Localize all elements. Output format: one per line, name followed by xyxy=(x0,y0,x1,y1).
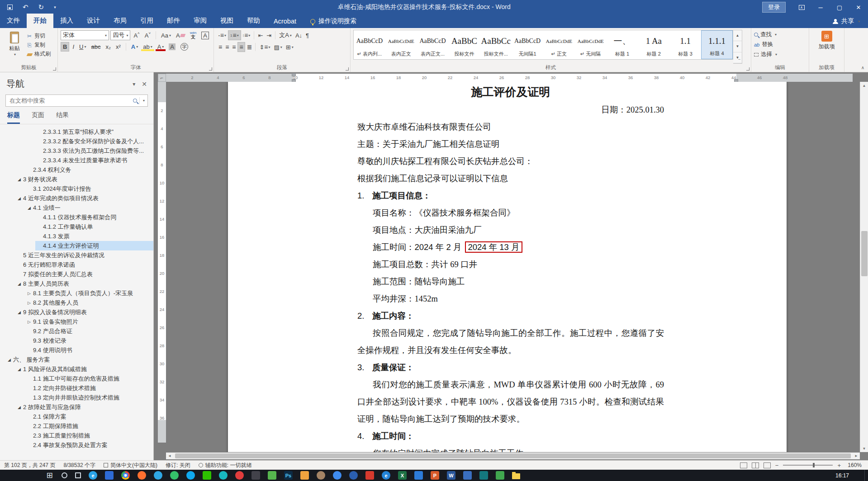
gallery-scroll-down-icon[interactable]: ▼ xyxy=(733,41,742,52)
ribbon-tab-引用[interactable]: 引用 xyxy=(133,14,160,28)
underline-button[interactable]: U▾ xyxy=(77,42,88,51)
font-dialog-launcher-icon[interactable] xyxy=(209,67,212,71)
wechat-icon[interactable] xyxy=(203,471,211,480)
nav-heading-item[interactable]: ◢六、 服务方案 xyxy=(0,355,153,364)
doc-line[interactable]: 平均井深：1452m xyxy=(357,290,664,307)
nav-heading-item[interactable]: ◢3 财务状况表 xyxy=(0,174,153,184)
nav-heading-item[interactable]: ◢2 故障处置与应急保障 xyxy=(0,402,153,412)
nav-heading-item[interactable]: ▷8.1 主要负责人（项目负责人）-宋玉泉 xyxy=(0,288,153,298)
increase-indent-button[interactable]: ⇥ xyxy=(265,31,273,40)
nav-heading-item[interactable]: 1.1 施工中可能存在的危害及措施 xyxy=(0,374,153,383)
doc-line[interactable]: 项目名称：《仪器技术服务框架合同》 xyxy=(357,204,664,222)
file-explorer-icon[interactable] xyxy=(512,473,520,479)
style-item[interactable]: AaBbCcD↵ 表内列... xyxy=(354,30,385,59)
replace-button[interactable]: ab替换 xyxy=(754,41,806,48)
nav-heading-item[interactable]: 2.3.3.3 依法为员工缴纳工伤保险费等... xyxy=(0,146,153,156)
app-tan-icon[interactable] xyxy=(317,471,325,480)
accessibility-status[interactable]: 辅助功能: 一切就绪 xyxy=(194,462,256,469)
search-options-chevron-icon[interactable]: ▾ xyxy=(143,99,145,103)
style-item[interactable]: 1.1.1标题 4 xyxy=(701,30,733,59)
login-button[interactable]: 登录 xyxy=(762,2,786,13)
shading-button[interactable]: ▨▾ xyxy=(272,43,284,52)
search-icon[interactable] xyxy=(62,472,67,478)
decrease-indent-button[interactable]: ⇤ xyxy=(256,31,265,40)
nav-heading-item[interactable]: 9.2 产品合格证 xyxy=(0,326,153,336)
ribbon-tab-Acrobat[interactable]: Acrobat xyxy=(267,15,303,28)
doc-line[interactable]: 致大庆市卓维石油科技有限责任公司 xyxy=(357,118,664,136)
collapse-arrow-icon[interactable]: ◢ xyxy=(25,206,33,210)
paste-button[interactable]: 粘贴 ▾ xyxy=(3,30,26,64)
nav-heading-item[interactable]: ◢8 主要人员简历表 xyxy=(0,279,153,288)
line-spacing-button[interactable]: ⇕≡▾ xyxy=(257,42,272,52)
nav-heading-item[interactable]: 2.3.3.4 未发生过质量事故承诺书 xyxy=(0,156,153,165)
read-mode-icon[interactable] xyxy=(740,462,747,468)
collapse-arrow-icon[interactable]: ◢ xyxy=(15,405,23,410)
excel-icon[interactable]: X xyxy=(398,471,407,480)
doc-heading[interactable]: 2.施工内容： xyxy=(357,307,664,325)
collapse-arrow-icon[interactable]: ◢ xyxy=(15,282,23,286)
nav-heading-item[interactable]: 2.1 保障方案 xyxy=(0,412,153,421)
zoom-in-icon[interactable]: + xyxy=(837,462,841,469)
expand-arrow-icon[interactable]: ▷ xyxy=(25,291,33,296)
select-button[interactable]: 选择▾ xyxy=(754,51,806,58)
nav-heading-item[interactable]: 2.3.4 权利义务 xyxy=(0,165,153,174)
undo-icon[interactable]: ↶ xyxy=(23,3,28,11)
scroll-up-icon[interactable]: ▲ xyxy=(860,82,868,89)
expand-arrow-icon[interactable]: ▷ xyxy=(25,301,33,305)
justify-button[interactable]: ≡ xyxy=(237,42,245,52)
copy-button[interactable]: ⎘复制 xyxy=(26,41,51,49)
borders-button[interactable]: ⊞▾ xyxy=(284,43,295,52)
app-azure-icon[interactable] xyxy=(333,471,342,480)
superscript-button[interactable]: x² xyxy=(114,42,123,51)
ribbon-tab-布局[interactable]: 布局 xyxy=(107,14,133,28)
zoom-slider[interactable] xyxy=(783,465,833,466)
collapse-arrow-icon[interactable]: ◢ xyxy=(15,196,23,201)
doc-line[interactable]: 尊敬的川庆钻探工程有限公司长庆钻井总公司： xyxy=(357,153,664,170)
search-icon[interactable] xyxy=(133,99,137,103)
doc-line[interactable]: 项目地点：大庆油田采油九厂 xyxy=(357,222,664,239)
nav-heading-item[interactable]: 4.1.2 工作量确认单 xyxy=(0,222,153,231)
nav-heading-item[interactable]: ◢4.1 业绩一 xyxy=(0,203,153,212)
shrink-font-button[interactable]: A˅ xyxy=(143,31,152,40)
app-blue2-icon[interactable] xyxy=(414,471,423,480)
bullets-button[interactable]: •≡▾ xyxy=(217,31,228,40)
nav-heading-item[interactable]: 1.3 定向井井眼轨迹控制技术措施 xyxy=(0,393,153,402)
nav-tab-headings[interactable]: 标题 xyxy=(7,111,20,124)
styles-dialog-launcher-icon[interactable] xyxy=(746,67,749,71)
nav-heading-item[interactable]: 4.1.4 业主方评价证明 xyxy=(0,241,153,250)
font-name-combobox[interactable]: 宋体▾ xyxy=(61,30,109,40)
highlight-color-button[interactable]: ab▾ xyxy=(141,42,154,51)
nav-search-input[interactable] xyxy=(9,97,133,104)
app-blue-icon[interactable] xyxy=(105,471,114,480)
collapse-arrow-icon[interactable]: ◢ xyxy=(15,177,23,182)
show-hide-marks-button[interactable]: ¶ xyxy=(304,31,311,40)
clear-formatting-button[interactable]: A xyxy=(174,31,187,40)
doc-line[interactable]: 根据我们施工信息记录可以证明以下信息 xyxy=(357,170,664,187)
app-orange2-icon[interactable]: P xyxy=(431,471,439,480)
app-navy-icon[interactable] xyxy=(349,471,358,480)
style-item[interactable]: AaBbCc投标文件... xyxy=(480,30,512,59)
track-changes-status[interactable]: 修订: 关闭 xyxy=(161,462,194,469)
collapse-arrow-icon[interactable]: ◢ xyxy=(15,310,23,315)
style-item[interactable]: AaBbCcDdE↵ 正文 xyxy=(543,30,575,59)
nav-heading-item[interactable]: ▷9.1 设备实物照片 xyxy=(0,317,153,326)
align-center-button[interactable]: ≡ xyxy=(223,42,230,52)
nav-search-box[interactable]: ▾ xyxy=(5,94,148,107)
character-shading-button[interactable]: A xyxy=(167,42,177,51)
ribbon-tab-邮件[interactable]: 邮件 xyxy=(160,14,187,28)
collapse-arrow-icon[interactable]: ◢ xyxy=(15,367,23,372)
ribbon-tab-审阅[interactable]: 审阅 xyxy=(187,14,213,28)
zoom-level[interactable]: 160% xyxy=(845,462,862,468)
tell-me-search[interactable]: 操作说明搜索 xyxy=(310,17,356,28)
doc-line[interactable]: 施工时间：2024 年 2 月2024 年 13 月 xyxy=(357,239,664,256)
nav-heading-item[interactable]: 7 拟委任的主要人员汇总表 xyxy=(0,269,153,279)
word-icon[interactable]: W xyxy=(447,471,455,480)
asian-layout-button[interactable]: 文A▾ xyxy=(277,30,294,40)
document-page[interactable]: 施工评价及证明日期：2025.01.30致大庆市卓维石油科技有限责任公司主题：关… xyxy=(228,82,787,452)
doc-line[interactable]: 日期：2025.01.30 xyxy=(357,101,664,118)
page-number-status[interactable]: 第 102 页，共 247 页 xyxy=(0,462,59,469)
italic-button[interactable]: I xyxy=(71,42,76,51)
horizontal-scrollbar[interactable]: ◄ ► xyxy=(166,453,860,459)
paragraph-dialog-launcher-icon[interactable] xyxy=(346,67,349,71)
nav-heading-item[interactable]: 4.1.1 仪器技术服务框架合同 xyxy=(0,212,153,222)
